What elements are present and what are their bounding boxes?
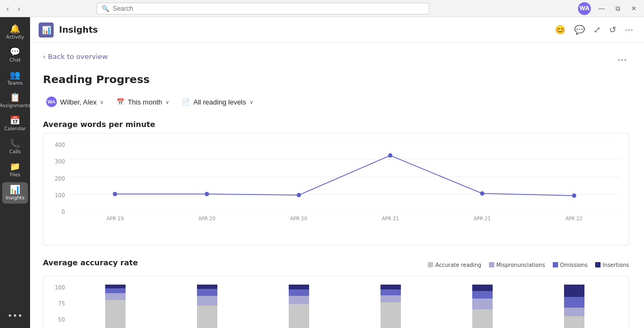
line-xlabel-0: APR 19 <box>106 216 123 221</box>
seg-mispron-4 <box>472 299 493 309</box>
page-title: Reading Progress <box>43 73 629 86</box>
minimize-button[interactable]: — <box>595 4 608 13</box>
sidebar-item-files[interactable]: 📁 Files <box>2 159 28 181</box>
sidebar-item-insights[interactable]: 📊 Insights <box>2 182 28 204</box>
seg-omissions-5 <box>564 297 584 308</box>
seg-insertions-1 <box>197 285 217 289</box>
legend-insertions: Insertions <box>595 262 629 268</box>
back-nav-button[interactable]: ‹ <box>4 3 11 14</box>
sidebar-item-assignments[interactable]: 📋 Assignments <box>2 90 28 112</box>
line-chart-wrap: 400 300 200 100 0 <box>69 142 620 228</box>
bar-ylabel-50: 50 <box>48 317 65 323</box>
bar-column-5 <box>558 285 590 328</box>
legend-mispron: Mispronunciations <box>489 262 545 268</box>
legend-omissions-label: Omissions <box>560 262 588 268</box>
seg-accurate-0 <box>105 300 126 328</box>
back-to-overview-link[interactable]: ‹ Back to overview <box>43 53 108 61</box>
line-chart-xaxis: APR 19 APR 20 APR 20 APR 21 APR 21 APR 2… <box>69 216 620 221</box>
bar-chart-yaxis: 100 75 50 25 0 <box>48 285 65 328</box>
sidebar: 🔔 Activity 💬 Chat 👥 Teams 📋 Assignments … <box>0 17 30 328</box>
seg-accurate-1 <box>197 305 217 328</box>
seg-mispron-3 <box>380 295 401 302</box>
sidebar-item-more[interactable]: ••• <box>2 309 28 324</box>
level-filter-button[interactable]: 📄 All reading levels ∨ <box>179 96 256 108</box>
chart-point-3 <box>388 153 392 158</box>
sidebar-item-activity[interactable]: 🔔 Activity <box>2 21 28 43</box>
search-icon: 🔍 <box>101 5 109 12</box>
legend-accurate-label: Accurate reading <box>435 262 481 268</box>
seg-omissions-4 <box>472 291 493 299</box>
insights-icon: 📊 <box>10 185 20 194</box>
level-chevron-icon: ∨ <box>250 99 253 105</box>
files-icon: 📁 <box>10 162 20 171</box>
line-chart-section: Average words per minute 400 300 200 100… <box>43 120 629 245</box>
date-label: This month <box>128 98 162 106</box>
seg-accurate-5 <box>564 316 584 329</box>
line-chart-polyline <box>115 155 574 196</box>
bar-column-0 <box>99 285 131 328</box>
ylabel-0: 0 <box>48 209 65 215</box>
expand-button[interactable]: ⤢ <box>591 23 603 37</box>
sidebar-label-teams: Teams <box>8 80 23 86</box>
avatar: WA <box>578 2 591 15</box>
search-bar[interactable]: 🔍 <box>97 3 429 14</box>
page-more-button[interactable]: ⋯ <box>615 51 629 68</box>
legend-omissions-dot <box>553 262 558 267</box>
chart-point-1 <box>205 192 209 196</box>
legend-accurate-dot <box>428 262 433 267</box>
sidebar-item-teams[interactable]: 👥 Teams <box>2 68 28 90</box>
seg-insertions-3 <box>380 285 401 289</box>
sidebar-label-files: Files <box>10 172 20 178</box>
sidebar-item-chat[interactable]: 💬 Chat <box>2 44 28 66</box>
date-filter-button[interactable]: 📅 This month ∨ <box>113 96 172 108</box>
close-button[interactable]: ✕ <box>628 4 640 13</box>
ylabel-400: 400 <box>48 142 65 148</box>
chart-point-5 <box>572 193 576 198</box>
bar-chart-title: Average accuracy rate <box>43 258 138 267</box>
chat-header-button[interactable]: 💬 <box>572 23 587 37</box>
content-area: ‹ Back to overview ⋯ Reading Progress WA… <box>30 43 644 328</box>
restore-button[interactable]: ⧉ <box>612 4 624 13</box>
student-filter-button[interactable]: WA Wilber, Alex ∨ <box>43 94 107 109</box>
line-xlabel-2: APR 20 <box>290 216 307 221</box>
back-link-label: Back to overview <box>48 53 108 61</box>
sidebar-item-calls[interactable]: 📞 Calls <box>2 136 28 158</box>
seg-omissions-3 <box>380 289 401 295</box>
bar-ylabel-100: 100 <box>48 285 65 290</box>
calls-icon: 📞 <box>10 139 20 148</box>
forward-nav-button[interactable]: › <box>16 3 23 14</box>
chart-point-0 <box>113 192 117 196</box>
filters-row: WA Wilber, Alex ∨ 📅 This month ∨ 📄 All r… <box>43 94 629 109</box>
bar-stack-0 <box>105 285 126 328</box>
seg-insertions-5 <box>564 285 584 297</box>
date-chevron-icon: ∨ <box>165 99 169 105</box>
bar-column-4 <box>466 285 499 328</box>
search-input[interactable] <box>113 5 425 12</box>
legend-insertions-label: Insertions <box>603 262 629 268</box>
legend-insertions-dot <box>595 262 601 267</box>
seg-mispron-5 <box>564 308 584 316</box>
app-icon: 📊 <box>39 23 54 38</box>
more-header-button[interactable]: ⋯ <box>623 23 635 37</box>
titlebar-nav: ‹ › <box>4 3 22 14</box>
refresh-button[interactable]: ↺ <box>607 23 618 37</box>
assignments-icon: 📋 <box>10 93 20 102</box>
student-chevron-icon: ∨ <box>100 99 104 105</box>
calendar-icon: 📅 <box>10 116 20 125</box>
student-name-label: Wilber, Alex <box>60 98 97 106</box>
bar-stack-1 <box>197 285 217 328</box>
line-xlabel-1: APR 20 <box>198 216 215 221</box>
more-icon: ••• <box>8 312 23 320</box>
seg-mispron-2 <box>289 296 309 304</box>
bar-chart-legend: Accurate reading Mispronunciations Omiss… <box>428 262 629 268</box>
ylabel-300: 300 <box>48 159 65 165</box>
legend-accurate: Accurate reading <box>428 262 481 268</box>
bar-chart-wrap: 100 75 50 25 0 APR 19APR 20APR 2 <box>69 285 620 328</box>
legend-mispron-dot <box>489 262 494 267</box>
activity-icon: 🔔 <box>10 25 20 33</box>
sidebar-item-calendar[interactable]: 📅 Calendar <box>2 113 28 135</box>
seg-omissions-2 <box>289 289 309 296</box>
bar-stack-5 <box>564 285 584 328</box>
emoji-button[interactable]: 😊 <box>553 23 568 37</box>
line-chart-svg <box>69 142 620 212</box>
